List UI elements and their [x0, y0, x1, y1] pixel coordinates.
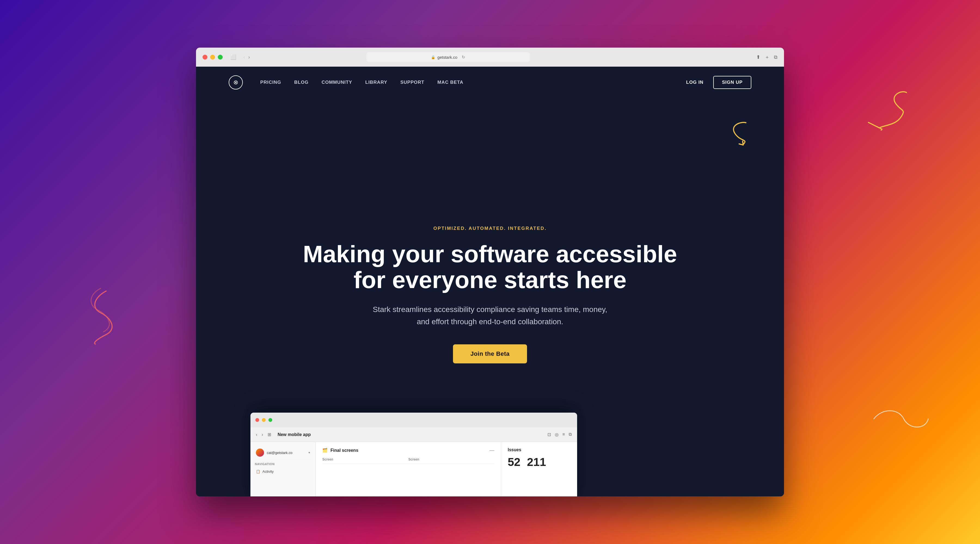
sidebar-activity-label: Activity	[262, 469, 274, 474]
secondary-main-panel: 🗂️ Final screens — Screen Screen	[316, 442, 501, 496]
secondary-sidebar: cat@getstark.co ▾ Navigation 📋 Activity	[250, 442, 316, 496]
url-text: getstark.co	[438, 55, 457, 60]
secondary-toolbar: ‹ › ⊞ New mobile app ⊡ ◎ ≡ ⧉	[250, 427, 577, 442]
secondary-traffic-lights	[255, 418, 272, 422]
browser-chrome: ⬜ ‹ › 🔒 getstark.co ↻ ⬆ ＋ ⧉	[196, 48, 784, 67]
sidebar-avatar	[256, 449, 264, 457]
issues-label: Issues	[508, 447, 571, 452]
address-bar[interactable]: 🔒 getstark.co ↻	[366, 52, 530, 62]
refresh-icon[interactable]: ↻	[462, 55, 465, 60]
sidebar-chevron-icon: ▾	[309, 451, 310, 455]
secondary-forward-button[interactable]: ›	[262, 432, 263, 437]
secondary-back-button[interactable]: ‹	[256, 432, 257, 437]
signup-button[interactable]: SIGN UP	[713, 76, 751, 89]
squiggle-right-bottom-decoration	[871, 403, 931, 435]
nav-pricing[interactable]: PRICING	[260, 80, 281, 85]
browser-nav-arrows: ‹ ›	[242, 53, 251, 61]
logo-icon: ⊗	[233, 79, 238, 86]
hero-title: Making your software accessible for ever…	[303, 241, 677, 293]
nav-library[interactable]: LIBRARY	[365, 80, 387, 85]
nav-support[interactable]: SUPPORT	[401, 80, 425, 85]
grid-view-icon[interactable]: ⊞	[267, 432, 271, 437]
nav-links: PRICING BLOG COMMUNITY LIBRARY SUPPORT M…	[260, 80, 463, 85]
traffic-lights	[202, 55, 223, 60]
hero-arrow-decoration	[719, 120, 751, 148]
squiggle-left-decoration	[84, 285, 125, 346]
website-content: ⊗ PRICING BLOG COMMUNITY LIBRARY SUPPORT…	[196, 67, 784, 496]
hero-title-line1: Making your software accessible	[303, 241, 677, 267]
secondary-browser-chrome	[250, 412, 577, 427]
site-logo[interactable]: ⊗	[229, 75, 243, 89]
secondary-tl-yellow[interactable]	[262, 418, 266, 422]
table-col-screen2: Screen	[408, 457, 494, 461]
nav-actions: LOG IN SIGN UP	[686, 76, 751, 89]
settings-icon[interactable]: ≡	[562, 432, 565, 437]
main-browser-window: ⬜ ‹ › 🔒 getstark.co ↻ ⬆ ＋ ⧉ ⊗ PRICING BL…	[196, 48, 784, 496]
secondary-toolbar-title: New mobile app	[278, 432, 311, 437]
share-icon[interactable]: ⬆	[756, 54, 760, 60]
secondary-browser-window: ‹ › ⊞ New mobile app ⊡ ◎ ≡ ⧉ cat@getstar…	[250, 412, 577, 496]
nav-blog[interactable]: BLOG	[294, 80, 309, 85]
sidebar-user-info[interactable]: cat@getstark.co ▾	[255, 446, 311, 459]
table-col-screen1: Screen	[322, 457, 408, 461]
section-header: 🗂️ Final screens —	[322, 447, 494, 453]
traffic-light-green[interactable]	[218, 55, 223, 60]
hero-title-line2: for everyone starts here	[354, 266, 627, 293]
login-button[interactable]: LOG IN	[686, 80, 703, 85]
traffic-light-yellow[interactable]	[210, 55, 215, 60]
section-folder-icon: 🗂️	[322, 448, 328, 453]
squiggle-right-top-decoration	[863, 87, 912, 130]
activity-icon: 📋	[256, 469, 260, 474]
tabs-icon[interactable]: ⧉	[774, 54, 778, 60]
nav-mac-beta[interactable]: MAC BETA	[438, 80, 463, 85]
site-navigation: ⊗ PRICING BLOG COMMUNITY LIBRARY SUPPORT…	[196, 67, 784, 98]
join-beta-button[interactable]: Join the Beta	[453, 344, 527, 363]
issues-panel: Issues 52 211	[501, 442, 577, 496]
layout-icon[interactable]: ⧉	[569, 432, 572, 437]
issues-numbers: 52 211	[508, 455, 571, 469]
hero-tagline: OPTIMIZED. AUTOMATED. INTEGRATED.	[433, 226, 547, 231]
forward-button[interactable]: ›	[247, 53, 251, 61]
secondary-tl-green[interactable]	[269, 418, 272, 422]
secondary-toolbar-actions: ⊡ ◎ ≡ ⧉	[547, 432, 572, 437]
sidebar-user-email: cat@getstark.co	[267, 451, 293, 455]
secondary-tl-red[interactable]	[255, 418, 259, 422]
user-icon[interactable]: ◎	[555, 432, 558, 437]
lock-icon: 🔒	[431, 55, 435, 59]
table-header: Screen Screen	[322, 457, 494, 464]
section-title-text: Final screens	[331, 448, 358, 453]
issues-count-1: 52	[508, 455, 520, 469]
hero-subtitle: Stark streamlines accessibility complian…	[368, 303, 612, 328]
tab-layout-icon[interactable]: ⬜	[230, 54, 236, 60]
secondary-content-area: cat@getstark.co ▾ Navigation 📋 Activity …	[250, 442, 577, 496]
section-collapse-button[interactable]: —	[490, 447, 494, 453]
sidebar-activity-item[interactable]: 📋 Activity	[255, 468, 311, 475]
issues-count-2: 211	[527, 455, 546, 469]
browser-toolbar-actions: ⬆ ＋ ⧉	[756, 54, 778, 60]
traffic-light-red[interactable]	[202, 55, 207, 60]
add-tab-icon[interactable]: ＋	[765, 54, 770, 60]
nav-community[interactable]: COMMUNITY	[321, 80, 352, 85]
section-title-row: 🗂️ Final screens	[322, 448, 358, 453]
back-button[interactable]: ‹	[242, 53, 246, 61]
crop-icon[interactable]: ⊡	[547, 432, 551, 437]
sidebar-nav-label: Navigation	[255, 462, 311, 466]
